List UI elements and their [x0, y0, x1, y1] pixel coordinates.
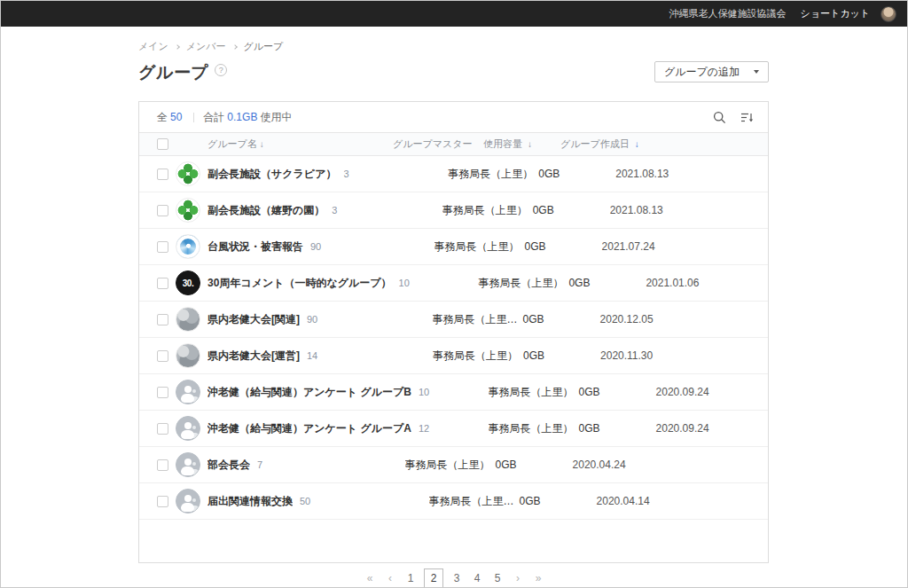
header-group-name[interactable]: グループ名 ↓ — [176, 137, 393, 151]
table-row: 副会長施設（サクラピア） 3 事務局長（上里） 0GB 2021.08.13 — [139, 156, 768, 192]
table-row: 県内老健大会[運営] 14 事務局長（上里） 0GB 2020.11.30 — [139, 338, 768, 374]
created-cell: 2020.04.24 — [573, 459, 768, 471]
table-row: 30. 30周年コメント（一時的なグループ） 10 事務局長（上里） 0GB 2… — [139, 265, 768, 302]
usage-suffix: 使用中 — [260, 110, 292, 125]
row-checkbox-cell — [139, 314, 176, 325]
topbar: 沖縄県老人保健施設協議会 ショートカット — [1, 1, 907, 27]
usage-cell: 0GB — [579, 386, 656, 398]
group-name-cell: 沖老健（給与関連）アンケート グループA 12 — [176, 416, 489, 441]
select-all-checkbox[interactable] — [157, 138, 168, 150]
table-row: 沖老健（給与関連）アンケート グループB 10 事務局長（上里） 0GB 202… — [139, 374, 768, 411]
badge-30-group-icon: 30. — [176, 270, 200, 295]
breadcrumb-item-groups[interactable]: グループ — [244, 40, 284, 53]
group-name-cell: 台風状況・被害報告 90 — [176, 234, 434, 259]
header-usage[interactable]: 使用容量 ↓ — [483, 137, 560, 151]
group-name-link[interactable]: 沖老健（給与関連）アンケート グループB — [207, 385, 411, 400]
row-checkbox-cell — [139, 387, 176, 398]
group-name-cell: 届出関連情報交換 50 — [176, 489, 429, 514]
clover-group-icon — [176, 198, 200, 223]
member-count: 90 — [310, 241, 321, 252]
group-name-link[interactable]: 副会長施設（嬉野の園） — [207, 203, 325, 218]
sort-desc-icon[interactable]: ↓ — [528, 139, 532, 149]
group-name-link[interactable]: 沖老健（給与関連）アンケート グループA — [207, 421, 411, 436]
group-master-cell: 事務局長（上里） — [489, 421, 579, 436]
group-name-cell: 副会長施設（サクラピア） 3 — [176, 161, 448, 186]
header-checkbox-cell — [139, 138, 176, 150]
group-master-cell: 事務局長（上里）ほか… — [429, 494, 520, 509]
row-checkbox-cell — [139, 241, 176, 253]
row-checkbox[interactable] — [157, 387, 168, 398]
group-master-cell: 事務局長（上里） — [448, 167, 538, 182]
row-checkbox-cell — [139, 423, 176, 435]
header-group-master-label: グループマスター — [393, 138, 473, 149]
sort-desc-active-icon[interactable]: ↓ — [635, 139, 639, 149]
group-name-cell: 30. 30周年コメント（一時的なグループ） 10 — [176, 270, 478, 295]
usage-cell: 0GB — [520, 495, 597, 507]
row-checkbox[interactable] — [157, 169, 168, 180]
filter-sort-icon[interactable] — [740, 111, 754, 124]
group-name-cell: 沖老健（給与関連）アンケート グループB 10 — [176, 380, 489, 404]
org-name: 沖縄県老人保健施設協議会 — [669, 7, 786, 20]
help-icon[interactable]: ? — [215, 64, 227, 76]
row-checkbox[interactable] — [157, 314, 168, 325]
created-cell: 2021.08.13 — [615, 168, 768, 180]
group-name-link[interactable]: 30周年コメント（一時的なグループ） — [207, 276, 392, 291]
row-checkbox-cell — [139, 278, 176, 289]
member-count: 7 — [257, 459, 262, 470]
default-group-icon — [176, 380, 200, 404]
add-group-button[interactable]: グループの追加 — [654, 61, 769, 82]
group-name-cell: 部会長会 7 — [176, 452, 405, 477]
group-name-link[interactable]: 部会長会 — [207, 458, 250, 473]
row-checkbox-cell — [139, 496, 176, 507]
row-checkbox[interactable] — [157, 423, 168, 435]
row-checkbox[interactable] — [157, 241, 168, 253]
total-label: 全 — [157, 110, 168, 125]
first-page-button[interactable]: « — [363, 568, 377, 588]
header-group-name-label: グループ名 — [207, 137, 257, 151]
group-name-cell: 副会長施設（嬉野の園） 3 — [176, 198, 442, 223]
usage-cell: 0GB — [523, 349, 600, 362]
usage-cell: 0GB — [496, 459, 573, 471]
total-count-link[interactable]: 50 — [170, 111, 182, 123]
shortcut-link[interactable]: ショートカット — [800, 7, 870, 20]
row-checkbox-cell — [139, 169, 176, 180]
row-checkbox-cell — [139, 350, 176, 362]
member-count: 10 — [419, 387, 429, 397]
avatar[interactable] — [881, 6, 896, 22]
breadcrumb-item-main[interactable]: メイン — [138, 40, 168, 53]
table-row: 沖老健（給与関連）アンケート グループA 12 事務局長（上里） 0GB 202… — [139, 411, 768, 447]
row-checkbox[interactable] — [157, 278, 168, 289]
row-checkbox[interactable] — [157, 205, 168, 216]
sort-desc-icon[interactable]: ↓ — [260, 139, 264, 149]
group-name-link[interactable]: 県内老健大会[運営] — [207, 349, 300, 364]
page-button-5[interactable]: 5 — [490, 568, 505, 588]
group-name-link[interactable]: 副会長施設（サクラピア） — [207, 167, 336, 182]
search-icon[interactable] — [713, 111, 726, 124]
usage-link[interactable]: 0.1GB — [227, 111, 257, 123]
member-count: 3 — [332, 205, 337, 216]
page-button-1[interactable]: 1 — [403, 568, 418, 588]
page-button-4[interactable]: 4 — [470, 568, 484, 588]
row-checkbox[interactable] — [157, 496, 168, 507]
next-page-button[interactable]: › — [511, 568, 525, 588]
group-name-link[interactable]: 県内老健大会[関連] — [207, 312, 300, 327]
breadcrumb-item-members[interactable]: メンバー — [186, 40, 226, 53]
page-button-3[interactable]: 3 — [450, 568, 464, 588]
header-created-label: グループ作成日 — [560, 138, 630, 149]
chevron-right-icon — [232, 44, 238, 50]
header-created[interactable]: グループ作成日 ↓ — [560, 137, 768, 151]
row-checkbox[interactable] — [157, 350, 168, 362]
breadcrumb: メイン メンバー グループ — [138, 41, 769, 52]
group-name-link[interactable]: 台風状況・被害報告 — [207, 239, 303, 255]
group-master-cell: 事務局長（上里）ほか… — [433, 312, 523, 327]
page-button-2-current[interactable]: 2 — [424, 568, 443, 588]
group-name-link[interactable]: 届出関連情報交換 — [207, 494, 293, 509]
pagination: « ‹ 1 2 3 4 5 › » — [1, 568, 907, 588]
prev-page-button[interactable]: ‹ — [383, 568, 397, 588]
group-master-cell: 事務局長（上里） — [442, 203, 533, 218]
default-group-icon — [176, 489, 200, 514]
chevron-right-icon — [175, 44, 180, 50]
row-checkbox[interactable] — [157, 459, 168, 471]
member-count: 14 — [307, 350, 317, 361]
last-page-button[interactable]: » — [531, 568, 545, 588]
